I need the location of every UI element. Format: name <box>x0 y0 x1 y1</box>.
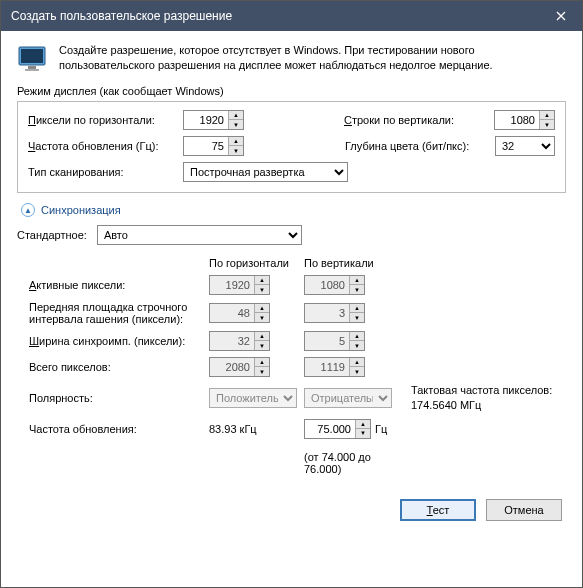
close-button[interactable] <box>540 1 582 31</box>
pixel-clock: Тактовая частота пикселов: 174.5640 МГц <box>411 383 552 413</box>
spin-up-icon[interactable]: ▲ <box>229 111 243 120</box>
v-lines-label: Строки по вертикали: <box>344 114 494 126</box>
intro-text: Создайте разрешение, которое отсутствует… <box>59 43 566 75</box>
col-h-header: По горизонтали <box>209 257 304 269</box>
front-v-input: ▲▼ <box>304 303 365 323</box>
svg-rect-3 <box>25 69 39 71</box>
front-h-input: ▲▼ <box>209 303 270 323</box>
svg-rect-1 <box>21 49 43 63</box>
v-lines-input[interactable]: ▲▼ <box>494 110 555 130</box>
window-title: Создать пользовательское разрешение <box>11 9 540 23</box>
display-mode-group: Пиксели по горизонтали: ▲▼ Строки по вер… <box>17 101 566 193</box>
polarity-v-select: Отрицательная <box>304 388 392 408</box>
refresh-range: (от 74.000 до 76.000) <box>304 451 399 475</box>
standard-label: Стандартное: <box>17 229 87 241</box>
sync-width-label: Ширина синхроимп. (пиксели): <box>29 335 209 347</box>
test-button[interactable]: Тест <box>400 499 476 521</box>
total-pixels-label: Всего пикселов: <box>29 361 209 373</box>
sync-refresh-label: Частота обновления: <box>29 423 209 435</box>
h-pixels-label: Пиксели по горизонтали: <box>28 114 183 126</box>
active-h-input: ▲▼ <box>209 275 270 295</box>
active-v-input: ▲▼ <box>304 275 365 295</box>
display-mode-label: Режим дисплея (как сообщает Windows) <box>17 85 566 97</box>
h-pixels-input[interactable]: ▲▼ <box>183 110 244 130</box>
cancel-button[interactable]: Отмена <box>486 499 562 521</box>
collapse-icon: ▲ <box>21 203 35 217</box>
svg-rect-2 <box>28 66 36 69</box>
scan-type-select[interactable]: Построчная развертка <box>183 162 348 182</box>
color-depth-label: Глубина цвета (бит/пкс): <box>345 140 495 152</box>
active-pixels-label: Активные пиксели: <box>29 279 209 291</box>
monitor-icon <box>17 43 49 75</box>
scan-type-label: Тип сканирования: <box>28 166 183 178</box>
refresh-label: Частота обновления (Гц): <box>28 140 183 152</box>
total-v-input: ▲▼ <box>304 357 365 377</box>
standard-select[interactable]: Авто <box>97 225 302 245</box>
spin-down-icon[interactable]: ▼ <box>229 120 243 129</box>
intro-section: Создайте разрешение, которое отсутствует… <box>17 43 566 75</box>
syncw-h-input: ▲▼ <box>209 331 270 351</box>
color-depth-select[interactable]: 32 <box>495 136 555 156</box>
polarity-label: Полярность: <box>29 392 209 404</box>
close-icon <box>556 11 566 21</box>
title-bar: Создать пользовательское разрешение <box>1 1 582 31</box>
sync-header[interactable]: ▲ Синхронизация <box>21 203 566 217</box>
sync-section-label: Синхронизация <box>41 204 121 216</box>
total-h-input: ▲▼ <box>209 357 270 377</box>
sync-refresh-v-input[interactable]: ▲▼ <box>304 419 371 439</box>
polarity-h-select: Положительная <box>209 388 297 408</box>
front-porch-label: Передняя площадка строчного интервала га… <box>29 301 209 325</box>
col-v-header: По вертикали <box>304 257 399 269</box>
refresh-input[interactable]: ▲▼ <box>183 136 244 156</box>
syncw-v-input: ▲▼ <box>304 331 365 351</box>
sync-refresh-h: 83.93 кГц <box>209 423 304 435</box>
hz-label: Гц <box>375 423 387 435</box>
